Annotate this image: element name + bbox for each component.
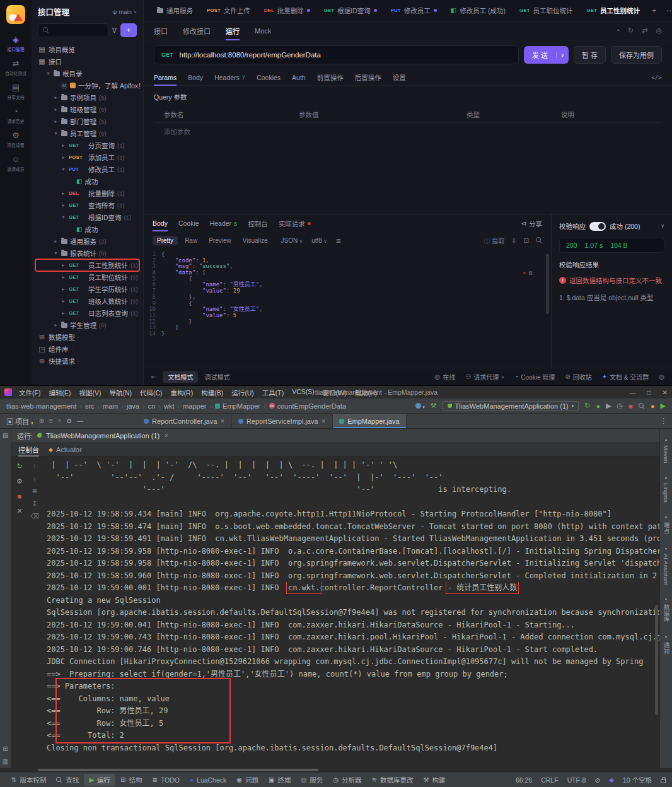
response-tab-Cookie[interactable]: Cookie [178,215,199,231]
community-button[interactable]: ✦文档 & 交流群 [602,372,649,382]
window-tab[interactable]: POST文件上传 [200,0,257,21]
toolwindow-运行[interactable]: ▶运行 [84,774,115,786]
soft-wrap-icon[interactable]: ≣ [32,487,37,494]
user-icon[interactable]: ▾ [415,402,424,410]
tree-item[interactable]: ▸DEL批量删除(1) [35,187,139,199]
indent-setting[interactable]: 10 个空格 [623,775,652,784]
window-tab[interactable]: GET员工性别统计 [580,0,647,21]
response-tab-Body[interactable]: Body [153,215,168,231]
scroll-down-icon[interactable]: ↓ [33,475,37,482]
extract-icon[interactable]: ⓘ 提取 [484,236,504,245]
cookie-button[interactable]: ◔Cookie 管理 [514,372,555,382]
toolwindow-TODO[interactable]: ≣TODO [147,774,185,786]
menu-编辑(E)[interactable]: 编辑(E) [49,388,71,397]
wrap-icon[interactable]: ≣ [336,237,341,244]
rail-item-request-history[interactable]: ◔请求历史 [1,105,30,129]
lingma-tool-button[interactable]: ▪Lingma [663,474,669,503]
close-icon[interactable]: ✕ [663,389,668,396]
toolwindow-数据库更改[interactable]: ≋数据库更改 [367,774,419,786]
validation-error-text[interactable]: 返回数据结构与接口定义不一致 [569,276,662,286]
toolwindow-分析器[interactable]: ◷分析器 [328,774,366,786]
tree-item[interactable]: ▾根目录 [35,67,139,79]
tree-item[interactable]: ▸示例项目(5) [35,91,139,103]
rail-item-project-settings[interactable]: ⚙项目设置 [1,129,30,153]
window-tab[interactable]: DEL批量删除 [257,0,317,21]
toolwindow-LuaCheck[interactable]: ●LuaCheck [185,774,231,786]
run-config-select[interactable]: TliasWebManagementApplication (1) ▾ [443,401,579,411]
window-tab[interactable]: GET员工职位统计 [513,0,579,21]
toolwindow-版本控制[interactable]: ⇅版本控制 [6,774,51,786]
collapse-icon[interactable]: ▤ [529,270,532,276]
scroll-up-icon[interactable]: ↑ [33,462,37,469]
view-tab-Visualize[interactable]: Visualize [238,236,272,245]
menu-视图(V)[interactable]: 视图(V) [79,388,101,397]
send-options-icon[interactable]: ∨ [556,52,569,58]
request-tab-Params[interactable]: Params [154,69,177,86]
tab-接口[interactable]: 接口 [154,21,168,40]
tree-item[interactable]: ▸学生管理(6) [35,319,139,331]
breadcrumb-item[interactable]: tlias-web-management [6,402,76,410]
stop-icon[interactable]: ■ [629,402,633,410]
minimize-icon[interactable]: — [630,389,636,396]
hscroll-thumb[interactable] [38,769,318,771]
view-tab-Pretty[interactable]: Pretty [153,236,178,245]
request-tab-Cookies[interactable]: Cookies [257,69,281,86]
menu-运行(U)[interactable]: 运行(U) [231,388,254,397]
save-as-case-button[interactable]: 保存为用例 [611,46,662,64]
refresh-icon[interactable]: ↻ [628,26,634,35]
close-tab-icon[interactable]: ✕ [322,418,327,424]
locate-icon[interactable]: ⊕ [39,417,44,424]
notifications-icon[interactable]: ● [651,402,655,410]
database-tool-button[interactable]: ▪数据库 [662,595,671,622]
layout-icon[interactable]: ⊞ [3,745,8,752]
clear-icon[interactable]: ⌫ [30,513,39,520]
request-tab-Body[interactable]: Body [188,69,203,86]
tree-item[interactable]: ▾报表统计(5) [35,247,139,259]
lingma-shield-icon[interactable]: ◆ [609,776,614,783]
tree-item[interactable]: ⊕快捷请求· [35,355,139,367]
collapse-icon[interactable]: ≡ [49,417,53,424]
filter-icon[interactable]: ∇ [112,26,117,35]
tree-item[interactable]: ▸POST添加员工(1) [35,151,139,163]
settings-icon[interactable]: ⚙ [66,417,72,424]
download-icon[interactable]: ⇩ [511,237,516,244]
scroll-end-icon[interactable]: ↧ [32,500,37,507]
file-encoding[interactable]: UTF-8 [567,776,586,784]
maven-tool-button[interactable]: ▪Maven [663,436,669,463]
menu-文件(F)[interactable]: 文件(F) [19,388,40,397]
view-tab-Raw[interactable]: Raw [180,236,202,245]
online-button[interactable]: ◎在线 [434,372,455,382]
breadcrumb-item[interactable]: wkt [164,402,175,410]
error-mark-icon[interactable]: ✕ [523,270,526,276]
doc-mode-button[interactable]: 文档模式 [163,371,198,383]
toolwindow-服务[interactable]: ◎服务 [296,774,328,786]
window-tab[interactable]: PUT修改员工 [384,0,444,21]
search-everywhere-icon[interactable] [639,403,645,409]
tree-item[interactable]: ⊞数据模型· [35,331,139,343]
project-tool-button[interactable]: ▣ 项目 ▾ [6,416,33,426]
tree-item[interactable]: ▸班级管理(6) [35,103,139,115]
proxy-button[interactable]: ⚇请求代理∨ [465,372,504,382]
close-icon[interactable]: ✕ [16,507,22,515]
close-run-tab-icon[interactable]: ✕ [164,433,169,439]
project-stripe-icon[interactable]: ▤ [3,432,8,439]
rail-item-api-management[interactable]: ◈接口管理 [1,33,30,57]
maximize-icon[interactable]: □ [647,389,651,396]
build-hammer-icon[interactable]: ⚒ [431,402,437,410]
toolwindow-构建[interactable]: ⚒构建 [418,774,450,786]
coverage-icon[interactable]: ▶ [606,402,611,410]
add-api-button[interactable]: + [120,23,137,37]
tree-item[interactable]: ▤项目概览 [35,44,139,55]
play-icon[interactable]: ▶ [661,402,666,410]
rerun-icon[interactable]: ↻ [584,402,590,410]
tab-运行[interactable]: 运行 [226,21,240,40]
menu-VCS(S)[interactable]: VCS(S) [292,388,315,397]
more-tabs-icon[interactable]: ⋯ [661,6,672,15]
toolwindow-终端[interactable]: ▣终端 [264,774,296,786]
toolwindow-查找[interactable]: 查找 [51,774,84,786]
tab-Mock[interactable]: Mock [255,21,271,40]
history-icon[interactable]: ◔ [615,26,620,35]
editor-tab[interactable]: EmpMapper.java [333,414,407,428]
editor-tab[interactable]: ReportServiceImpl.java✕ [232,414,333,428]
debug-mode-button[interactable]: 调试模式 [204,372,229,382]
